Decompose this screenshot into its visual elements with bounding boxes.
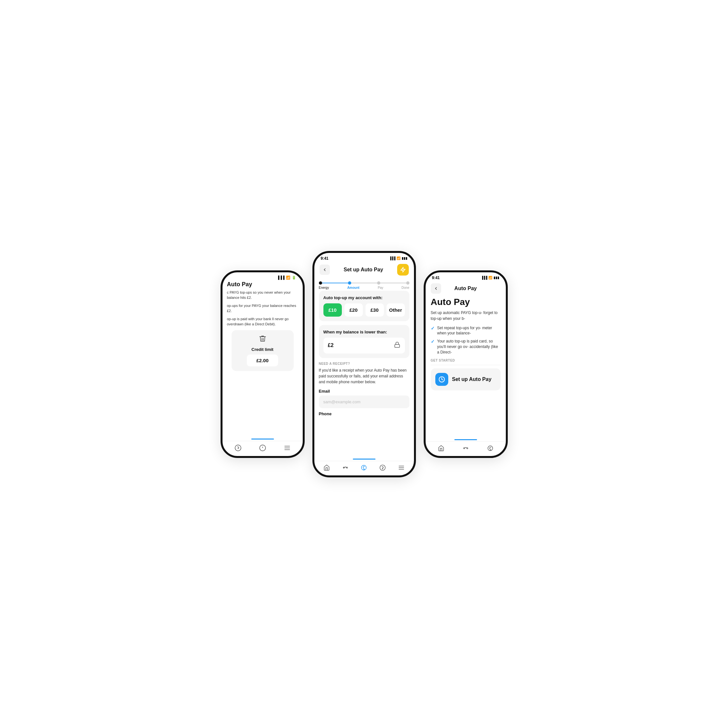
- back-button-center[interactable]: [320, 265, 330, 275]
- signal-icon-center: ▐▐▐: [389, 257, 395, 260]
- check-text-1: Set repeat top-ups for yo- meter when yo…: [437, 325, 501, 336]
- setup-auto-pay-button[interactable]: Set up Auto Pay: [431, 369, 501, 390]
- receipt-section: NEED A RECEIPT? If you'd like a receipt …: [319, 362, 410, 416]
- right-content: Auto Pay Set up automatic PAYG top-u- fo…: [426, 297, 506, 439]
- nav-currency-right[interactable]: [487, 445, 494, 451]
- left-title-area: Auto Pay: [223, 281, 303, 290]
- status-time-center: 9:41: [321, 256, 329, 261]
- step-dot-3: [406, 281, 410, 284]
- step-label-1: Amount: [347, 286, 359, 289]
- phone-label: Phone: [319, 411, 410, 416]
- nav-menu-center[interactable]: [398, 464, 405, 471]
- left-page-title: Auto Pay: [227, 281, 298, 288]
- step-label-0: Energy: [319, 286, 329, 289]
- check-text-2: Your auto top-up is paid card, so you'll…: [437, 339, 501, 355]
- step-dot-0: [319, 281, 322, 284]
- divider-right: [431, 365, 501, 365]
- svg-rect-8: [395, 344, 399, 347]
- battery-icon-right: ▮▮▮: [494, 276, 499, 280]
- step-line-1: [351, 283, 377, 283]
- auto-topup-label: Auto top-up my account with:: [323, 295, 405, 300]
- status-icons-center: ▐▐▐ 📶 ▮▮▮: [389, 257, 407, 260]
- status-icons-right: ▐▐▐ 📶 ▮▮▮: [481, 276, 499, 280]
- step-dot-1: [348, 281, 351, 284]
- center-screen-content: Auto top-up my account with: £10 £20 £30…: [314, 291, 414, 458]
- nav-title-right: Auto Pay: [454, 286, 477, 291]
- svg-point-14: [380, 465, 385, 470]
- bottom-indicator-left: [251, 439, 274, 439]
- nav-home-center[interactable]: [323, 464, 330, 471]
- phone-left: ▐▐▐ 📶 🔋 Auto Pay c PAYG top-ups so you n…: [220, 271, 305, 458]
- balance-row: £2: [323, 338, 405, 353]
- credit-value: £2.00: [247, 355, 278, 366]
- amount-options: £10 £20 £30 Other: [323, 303, 405, 317]
- nav-currency-center[interactable]: [361, 464, 367, 471]
- stepper-dots: [319, 281, 410, 284]
- email-input[interactable]: sam@example.com: [319, 396, 410, 408]
- left-desc3: op-up is paid with your bank ll never go…: [227, 316, 298, 327]
- credit-limit-label: Credit limit: [252, 347, 274, 352]
- amount-btn-20[interactable]: £20: [344, 303, 363, 317]
- nav-activity-right[interactable]: [462, 445, 469, 451]
- nav-icon-help-left[interactable]: [259, 444, 266, 451]
- svg-marker-7: [401, 267, 405, 272]
- svg-point-15: [382, 469, 383, 469]
- status-bar-center: 9:41 ▐▐▐ 📶 ▮▮▮: [314, 253, 414, 262]
- nav-activity-center[interactable]: [342, 464, 349, 471]
- status-bar-left: ▐▐▐ 📶 🔋: [223, 272, 303, 281]
- check-mark-2: ✓: [431, 339, 435, 344]
- check-item-2: ✓ Your auto top-up is paid card, so you'…: [431, 339, 501, 355]
- nav-help-center[interactable]: [379, 464, 386, 471]
- balance-label: When my balance is lower than:: [323, 330, 405, 334]
- wifi-icon-right: 📶: [488, 276, 492, 280]
- nav-header-right: Auto Pay: [426, 281, 506, 297]
- back-button-right[interactable]: [431, 283, 441, 294]
- lock-icon: [394, 341, 401, 350]
- auto-pay-desc: Set up automatic PAYG top-u- forget to t…: [431, 310, 501, 321]
- phone-center: 9:41 ▐▐▐ 📶 ▮▮▮ Set up Auto Pay: [312, 251, 416, 477]
- email-placeholder: sam@example.com: [323, 399, 361, 404]
- battery-icon-center: ▮▮▮: [402, 257, 407, 260]
- bottom-nav-center[interactable]: [314, 461, 414, 476]
- svg-point-0: [235, 445, 241, 451]
- status-time-right: 9:41: [432, 275, 440, 280]
- bottom-nav-right[interactable]: [426, 442, 506, 456]
- nav-icon-menu-left[interactable]: [284, 444, 291, 451]
- auto-pay-page-title: Auto Pay: [431, 297, 501, 307]
- bottom-nav-left[interactable]: [223, 441, 303, 456]
- stepper-center: Energy Amount Pay Done: [314, 279, 414, 291]
- bottom-indicator-center: [353, 459, 375, 460]
- balance-value: £2: [328, 343, 334, 348]
- bottom-indicator-right: [454, 439, 477, 440]
- status-icons-left: ▐▐▐ 📶 🔋: [277, 275, 296, 280]
- amount-btn-30[interactable]: £30: [366, 303, 384, 317]
- screen-container: ▐▐▐ 📶 🔋 Auto Pay c PAYG top-ups so you n…: [186, 238, 542, 490]
- receipt-desc: If you'd like a receipt when your Auto P…: [319, 367, 410, 385]
- balance-card: When my balance is lower than: £2: [319, 325, 410, 358]
- credit-limit-card: Credit limit £2.00: [232, 330, 294, 371]
- receipt-label: NEED A RECEIPT?: [319, 362, 410, 366]
- lightning-action-center[interactable]: [397, 264, 409, 275]
- setup-btn-label: Set up Auto Pay: [452, 376, 492, 382]
- setup-btn-icon: [435, 373, 448, 386]
- step-line-0: [322, 283, 348, 283]
- wifi-icon-center: 📶: [396, 257, 401, 260]
- nav-icon-currency-left[interactable]: [234, 444, 242, 451]
- amount-btn-10[interactable]: £10: [323, 303, 342, 317]
- delete-icon: [259, 335, 266, 344]
- signal-icon-right: ▐▐▐: [481, 276, 487, 280]
- step-dot-2: [377, 281, 380, 284]
- svg-point-21: [488, 446, 492, 451]
- signal-icon: ▐▐▐: [277, 275, 284, 280]
- stepper-labels: Energy Amount Pay Done: [319, 286, 410, 289]
- check-mark-1: ✓: [431, 326, 435, 331]
- step-line-2: [380, 283, 406, 283]
- get-started-label: GET STARTED: [431, 359, 501, 362]
- email-label: Email: [319, 389, 410, 394]
- nav-title-center: Set up Auto Pay: [343, 267, 383, 273]
- amount-btn-other[interactable]: Other: [387, 303, 405, 317]
- nav-home-right[interactable]: [438, 445, 444, 451]
- nav-header-center: Set up Auto Pay: [314, 262, 414, 279]
- left-desc2: op-ups for your PAYG your balance reache…: [227, 303, 298, 314]
- phone-right: 9:41 ▐▐▐ 📶 ▮▮▮ Auto Pay Auto Pay Set up …: [424, 271, 508, 458]
